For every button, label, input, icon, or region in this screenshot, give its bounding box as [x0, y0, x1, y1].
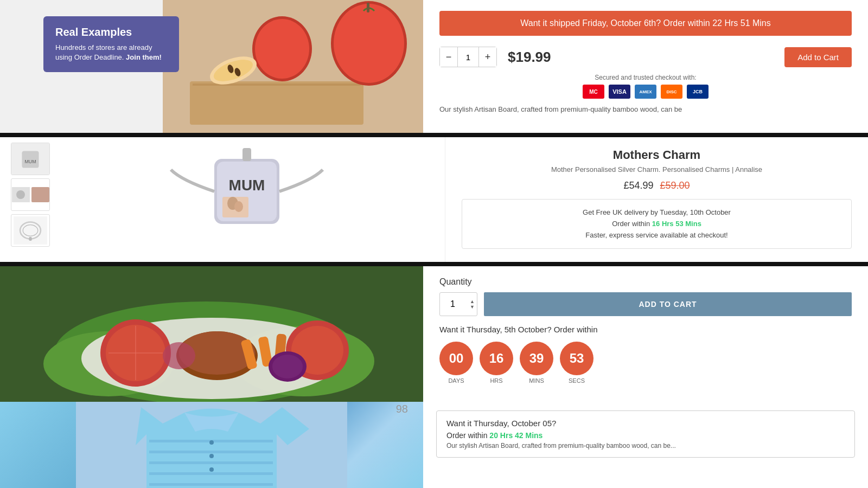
cart-controls: − + $19.99 Add to Cart [439, 47, 852, 67]
shirt-product-image [0, 402, 423, 488]
thumbnail-3[interactable] [11, 214, 50, 247]
svg-text:MUM: MUM [25, 159, 36, 164]
want-it-subtitle: Order within 20 Hrs 42 Mins [446, 431, 845, 440]
thumb-small-svg-1 [12, 187, 30, 202]
countdown-secs: 53 SECS [560, 342, 593, 384]
product-title: Mothers Charm [462, 148, 852, 162]
svg-point-7 [255, 19, 309, 79]
charm-main-image: MUM [60, 143, 434, 256]
want-it-title: Want it Thursday, October 05? [446, 419, 845, 428]
mins-label: MINS [529, 377, 544, 384]
section1-left: Real Examples Hundreds of stores are alr… [0, 0, 423, 133]
qty-input-main[interactable] [447, 299, 470, 309]
shipping-banner: Want it shipped Friday, October 6th? Ord… [439, 11, 852, 36]
order-time-highlight: 20 Hrs 42 Mins [489, 431, 542, 440]
visa-icon: VISA [609, 85, 630, 99]
section4-left: 98 [0, 402, 423, 488]
secs-circle: 53 [560, 342, 593, 375]
svg-point-4 [334, 4, 404, 83]
secure-checkout-label: Secured and trusted checkout with: [439, 74, 852, 81]
hrs-circle: 16 [480, 342, 513, 375]
section-shirt: 98 [0, 402, 868, 488]
quantity-control: − + [439, 47, 497, 67]
delivery-time: 16 Hrs 53 Mins [652, 220, 701, 228]
mastercard-icon: MC [583, 85, 604, 99]
product-price: $19.99 [508, 49, 551, 66]
section4-right: Want it Thursday, October 05? Order with… [423, 402, 868, 488]
shirt-svg [76, 402, 347, 488]
want-it-box: Want it Thursday, October 05? Order with… [436, 410, 855, 458]
countdown-mins: 39 MINS [520, 342, 553, 384]
apple-product-image [163, 0, 423, 133]
qty-decrease-button[interactable]: − [440, 47, 457, 67]
add-to-cart-main-button[interactable]: ADD TO CART [484, 292, 852, 316]
countdown-days: 00 DAYS [439, 342, 473, 384]
delivery-line3: Faster, express service available at che… [472, 230, 841, 241]
qty-input[interactable] [457, 47, 479, 67]
product-thumbnails: MUM [11, 143, 54, 256]
food-product-image [0, 266, 423, 402]
quantity-row: ▲ ▼ ADD TO CART [439, 292, 852, 316]
svg-text:MUM: MUM [229, 177, 265, 194]
amex-icon: AMEX [635, 85, 656, 99]
svg-rect-51 [149, 472, 273, 475]
countdown-timer: 00 DAYS 16 HRS 39 MINS 53 SECS [439, 342, 852, 384]
section-mothers-charm: MUM [0, 137, 868, 262]
qty-up-arrow[interactable]: ▲ [470, 299, 475, 304]
qty-arrows: ▲ ▼ [470, 299, 475, 310]
section3-right: Quantity ▲ ▼ ADD TO CART Want it Thursda… [423, 266, 868, 402]
real-examples-text: Hundreds of stores are already using Ord… [55, 43, 167, 62]
section2-left: MUM [0, 137, 445, 262]
delivery-line1: Get Free UK delivery by Tuesday, 10th Oc… [472, 207, 841, 219]
svg-point-26 [234, 201, 243, 212]
svg-rect-50 [149, 461, 273, 464]
svg-rect-49 [149, 451, 273, 453]
section1-cart: Want it shipped Friday, October 6th? Ord… [423, 0, 868, 133]
svg-point-55 [209, 467, 214, 472]
section4-image-wrapper: 98 [0, 402, 423, 488]
add-to-cart-button-top[interactable]: Add to Cart [784, 47, 852, 67]
order-deadline-text: Want it Thursday, 5th October? Order wit… [439, 325, 852, 334]
svg-point-53 [209, 440, 214, 445]
payment-icons: MC VISA AMEX DISC JCB [439, 85, 852, 99]
section2-right: Mothers Charm Mother Personalised Silver… [445, 137, 868, 262]
product-subtitle: Mother Personalised Silver Charm. Person… [462, 165, 852, 174]
svg-point-16 [16, 190, 25, 199]
hrs-label: HRS [490, 377, 502, 384]
price-current: £54.99 [623, 180, 653, 191]
svg-rect-20 [29, 237, 31, 241]
thumbnail-row[interactable] [11, 178, 50, 211]
svg-point-45 [272, 355, 303, 378]
thumb-small-2 [31, 187, 49, 202]
food-svg [0, 266, 423, 402]
jcb-icon: JCB [687, 85, 709, 99]
real-examples-title: Real Examples [55, 26, 167, 38]
section-food-cart: Quantity ▲ ▼ ADD TO CART Want it Thursda… [0, 266, 868, 402]
section-top: Real Examples Hundreds of stores are alr… [0, 0, 868, 133]
days-label: DAYS [448, 377, 464, 384]
mins-circle: 39 [520, 342, 553, 375]
svg-rect-1 [190, 81, 363, 125]
delivery-line2: Order within 16 Hrs 53 Mins [472, 219, 841, 230]
qty-box: ▲ ▼ [439, 292, 477, 316]
discover-icon: DISC [661, 85, 682, 99]
quantity-label: Quantity [439, 277, 852, 287]
qty-increase-button[interactable]: + [479, 47, 496, 67]
price-old: £59.00 [660, 180, 690, 191]
partial-number: 98 [392, 402, 412, 416]
apple-svg-art [163, 0, 423, 133]
secs-label: SECS [569, 377, 585, 384]
thumb-small-1 [12, 187, 30, 202]
price-row: £54.99 £59.00 [462, 180, 852, 191]
charm-svg: MUM [138, 143, 355, 256]
qty-down-arrow[interactable]: ▼ [470, 304, 475, 310]
svg-rect-5 [367, 3, 369, 12]
thumb-charm-svg: MUM [11, 143, 49, 175]
section3-left [0, 266, 423, 402]
thumbnail-1[interactable]: MUM [11, 143, 50, 175]
svg-point-46 [163, 342, 195, 369]
divider-1 [0, 133, 868, 137]
svg-rect-52 [149, 483, 273, 486]
countdown-hrs: 16 HRS [480, 342, 513, 384]
svg-point-54 [209, 454, 214, 458]
